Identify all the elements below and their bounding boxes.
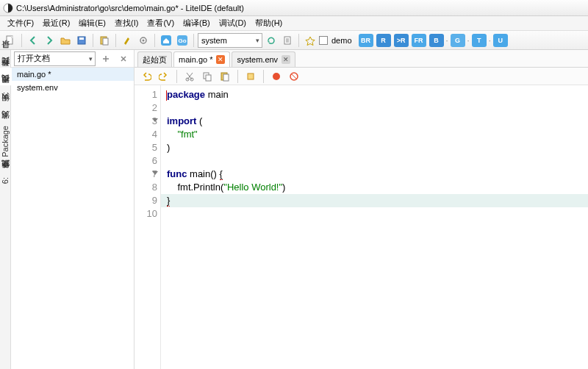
vertical-tab[interactable]: 3: 类视图 [0, 85, 12, 103]
cut-button[interactable] [182, 69, 197, 84]
code-line[interactable] [167, 207, 588, 221]
vertical-tab[interactable]: 5: Package浏览 [0, 121, 12, 171]
code-line[interactable]: package main [167, 88, 588, 101]
fold-icon[interactable] [152, 118, 158, 122]
sidebar-item[interactable]: system.env [11, 81, 134, 94]
window-title: C:\Users\Administrator\go\src\demo\main.… [16, 4, 244, 12]
menu-debug[interactable]: 调试(D) [215, 16, 251, 30]
paste-button[interactable] [97, 33, 112, 48]
sidebar-list: main.go *system.env [11, 68, 134, 369]
separator [298, 34, 299, 47]
clear-bp-button[interactable] [287, 69, 301, 84]
sidebar-pin-icon[interactable] [98, 51, 113, 66]
menu-edit[interactable]: 编辑(E) [74, 16, 110, 30]
menu-view[interactable]: 查看(V) [143, 16, 179, 30]
edit-env-button[interactable] [280, 33, 295, 48]
sidebar-item[interactable]: main.go * [11, 68, 134, 81]
vertical-tab[interactable]: 2: 打开文档 [0, 68, 12, 85]
new-file-button[interactable] [3, 33, 18, 48]
badge-u[interactable]: U [493, 34, 508, 47]
vertical-tab[interactable]: 6: 文件系统 [0, 171, 12, 188]
save-button[interactable] [74, 33, 89, 48]
code-line[interactable]: func main() { [167, 168, 588, 181]
menu-recent[interactable]: 最近(R) [38, 16, 74, 30]
go-button[interactable]: Go [175, 33, 190, 48]
line-number: 7 [135, 168, 157, 181]
line-number: 6 [135, 154, 157, 168]
code-editor[interactable]: 12345678910 package mainimport ( "fmt")f… [135, 85, 588, 369]
menu-bar: 文件(F) 最近(R) 编辑(E) 查找(I) 查看(V) 编译(B) 调试(D… [0, 16, 588, 31]
demo-checkbox-label: demo [331, 36, 352, 45]
menu-help[interactable]: 帮助(H) [251, 16, 287, 30]
sidebar-selector-value: 打开文档 [18, 53, 50, 64]
editor-tab[interactable]: 起始页 [137, 51, 172, 67]
code-line[interactable]: import ( [167, 115, 588, 128]
fold-icon[interactable] [152, 171, 158, 175]
tab-label: system.env [237, 55, 278, 64]
badge-g[interactable]: G [451, 34, 465, 47]
nav-back-button[interactable] [26, 33, 40, 48]
separator [154, 34, 155, 47]
app-icon [3, 3, 13, 13]
target-wizard-button[interactable] [303, 33, 318, 48]
title-bar: C:\Users\Administrator\go\src\demo\main.… [0, 0, 588, 16]
tab-close-icon[interactable]: ✕ [216, 55, 225, 64]
svg-point-8 [143, 39, 145, 41]
refresh-env-button[interactable] [264, 33, 279, 48]
open-folder-button[interactable] [58, 33, 73, 48]
line-number: 5 [135, 141, 157, 154]
line-number: 10 [135, 207, 157, 221]
badge-br[interactable]: BR [359, 34, 373, 47]
badge-fr[interactable]: FR [412, 34, 426, 47]
undo-button[interactable] [139, 69, 154, 84]
sidebar-header: 打开文档 [11, 50, 134, 68]
line-number: 1 [135, 88, 157, 101]
env-selector[interactable]: system [198, 33, 262, 48]
tab-label: 起始页 [143, 54, 167, 65]
code-line[interactable]: ) [167, 141, 588, 154]
editor-toolbar [135, 68, 588, 85]
code-content[interactable]: package mainimport ( "fmt")func main() {… [161, 85, 588, 369]
separator [21, 34, 22, 47]
editor-tab[interactable]: main.go *✕ [173, 51, 230, 67]
separator [93, 34, 93, 47]
breakpoint-button[interactable] [269, 69, 284, 84]
copy-button[interactable] [200, 69, 215, 84]
line-number: 4 [135, 128, 157, 141]
build-button[interactable] [120, 33, 135, 48]
svg-rect-2 [11, 36, 13, 38]
paste-ed-button[interactable] [218, 69, 232, 84]
code-line[interactable]: "fmt" [167, 128, 588, 141]
settings-button[interactable] [136, 33, 151, 48]
separator [193, 34, 194, 47]
toolbar: Go system demo BR R >R FR B · G · T · U [0, 31, 588, 50]
line-gutter: 12345678910 [135, 85, 161, 369]
editor-tab[interactable]: system.env✕ [232, 51, 295, 67]
menu-find[interactable]: 查找(I) [110, 16, 143, 30]
format-button[interactable] [243, 69, 258, 84]
badge-r[interactable]: R [376, 34, 391, 47]
vertical-tab[interactable]: 4: 大纲 [0, 104, 12, 121]
code-line[interactable]: fmt.Println("Hello World!") [167, 181, 588, 194]
line-number: 2 [135, 101, 157, 115]
home-button[interactable] [159, 33, 173, 48]
code-line[interactable] [167, 154, 588, 168]
sidebar-selector[interactable]: 打开文档 [14, 51, 96, 66]
tab-strip: 起始页main.go *✕system.env✕ [135, 50, 588, 68]
badge-b[interactable]: B [429, 34, 444, 47]
vertical-tab[interactable]: 1: 目录 [0, 50, 12, 68]
tab-close-icon[interactable]: ✕ [282, 55, 290, 64]
sidebar-close-icon[interactable] [116, 51, 131, 66]
tab-label: main.go * [179, 55, 212, 64]
svg-point-20 [273, 73, 280, 80]
code-line[interactable]: } [161, 194, 588, 207]
code-line[interactable] [167, 101, 588, 115]
menu-build[interactable]: 编译(B) [179, 16, 215, 30]
menu-file[interactable]: 文件(F) [3, 16, 38, 30]
badge-t[interactable]: T [472, 34, 487, 47]
line-number: 8 [135, 181, 157, 194]
redo-button[interactable] [157, 69, 171, 84]
demo-checkbox[interactable] [319, 36, 328, 45]
nav-fwd-button[interactable] [42, 33, 57, 48]
badge-sr[interactable]: >R [394, 34, 409, 47]
